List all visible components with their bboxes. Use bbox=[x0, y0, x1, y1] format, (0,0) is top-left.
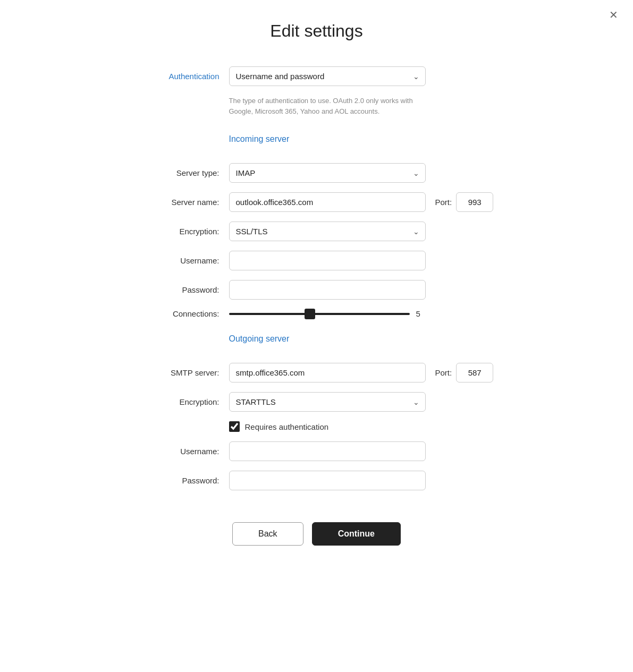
authentication-select-wrapper: Username and passwordOAuth 2.0 ⌄ bbox=[229, 66, 426, 86]
smtp-server-label: SMTP server: bbox=[136, 368, 229, 377]
server-type-select[interactable]: IMAPPOP3 bbox=[229, 163, 426, 183]
incoming-username-row: Username: bbox=[136, 251, 497, 270]
connections-slider-wrapper: 5 bbox=[229, 309, 427, 318]
continue-button[interactable]: Continue bbox=[312, 522, 401, 546]
outgoing-username-row: Username: bbox=[136, 441, 497, 461]
outgoing-encryption-row: Encryption: STARTTLSSSL/TLSNone ⌄ bbox=[136, 392, 497, 412]
outgoing-password-input[interactable] bbox=[229, 471, 426, 490]
smtp-server-input[interactable] bbox=[229, 363, 426, 382]
button-row: Back Continue bbox=[136, 522, 497, 546]
incoming-server-heading: Incoming server bbox=[229, 134, 290, 144]
incoming-username-input[interactable] bbox=[229, 251, 426, 270]
outgoing-username-input[interactable] bbox=[229, 441, 426, 461]
outgoing-port-label: Port: bbox=[435, 368, 452, 377]
outgoing-encryption-label: Encryption: bbox=[136, 397, 229, 406]
outgoing-encryption-select[interactable]: STARTTLSSSL/TLSNone bbox=[229, 392, 426, 412]
back-button[interactable]: Back bbox=[232, 522, 303, 546]
incoming-encryption-select-wrapper: SSL/TLSSTARTTLSNone ⌄ bbox=[229, 222, 426, 241]
outgoing-encryption-select-wrapper: STARTTLSSSL/TLSNone ⌄ bbox=[229, 392, 426, 412]
outgoing-password-label: Password: bbox=[136, 476, 229, 485]
authentication-hint-row: The type of authentication to use. OAuth… bbox=[136, 96, 497, 116]
server-name-input[interactable] bbox=[229, 192, 426, 212]
outgoing-server-section-row: Outgoing server bbox=[136, 328, 497, 353]
incoming-password-row: Password: bbox=[136, 280, 497, 300]
page-title: Edit settings bbox=[270, 21, 362, 41]
incoming-encryption-row: Encryption: SSL/TLSSTARTTLSNone ⌄ bbox=[136, 222, 497, 241]
authentication-select[interactable]: Username and passwordOAuth 2.0 bbox=[229, 66, 426, 86]
server-type-label: Server type: bbox=[136, 168, 229, 177]
incoming-port-input[interactable] bbox=[456, 192, 493, 212]
requires-auth-checkbox[interactable] bbox=[229, 421, 240, 432]
authentication-row: Authentication Username and passwordOAut… bbox=[136, 66, 497, 86]
server-name-row: Server name: Port: bbox=[136, 192, 497, 212]
incoming-server-section-row: Incoming server bbox=[136, 128, 497, 154]
form-container: Authentication Username and passwordOAut… bbox=[136, 66, 497, 546]
connections-row: Connections: 5 bbox=[136, 309, 497, 318]
incoming-password-input[interactable] bbox=[229, 280, 426, 300]
connections-value: 5 bbox=[416, 309, 427, 318]
modal-container: ✕ Edit settings Authentication Username … bbox=[0, 0, 633, 672]
outgoing-port-input[interactable] bbox=[456, 363, 493, 382]
outgoing-username-label: Username: bbox=[136, 447, 229, 456]
incoming-username-label: Username: bbox=[136, 256, 229, 265]
incoming-encryption-label: Encryption: bbox=[136, 227, 229, 236]
authentication-hint-spacer bbox=[136, 96, 229, 97]
authentication-hint: The type of authentication to use. OAuth… bbox=[229, 96, 415, 116]
close-button[interactable]: ✕ bbox=[609, 10, 618, 20]
requires-auth-row: Requires authentication bbox=[229, 421, 497, 432]
smtp-server-row: SMTP server: Port: bbox=[136, 363, 497, 382]
incoming-encryption-select[interactable]: SSL/TLSSTARTTLSNone bbox=[229, 222, 426, 241]
server-type-row: Server type: IMAPPOP3 ⌄ bbox=[136, 163, 497, 183]
server-name-label: Server name: bbox=[136, 198, 229, 207]
close-icon: ✕ bbox=[609, 9, 618, 21]
connections-label: Connections: bbox=[136, 309, 229, 318]
incoming-password-label: Password: bbox=[136, 285, 229, 294]
authentication-label: Authentication bbox=[136, 72, 229, 81]
outgoing-password-row: Password: bbox=[136, 471, 497, 490]
server-type-select-wrapper: IMAPPOP3 ⌄ bbox=[229, 163, 426, 183]
outgoing-server-heading: Outgoing server bbox=[229, 334, 290, 344]
requires-auth-label: Requires authentication bbox=[245, 422, 329, 431]
connections-slider[interactable] bbox=[229, 313, 410, 315]
incoming-port-label: Port: bbox=[435, 198, 452, 207]
